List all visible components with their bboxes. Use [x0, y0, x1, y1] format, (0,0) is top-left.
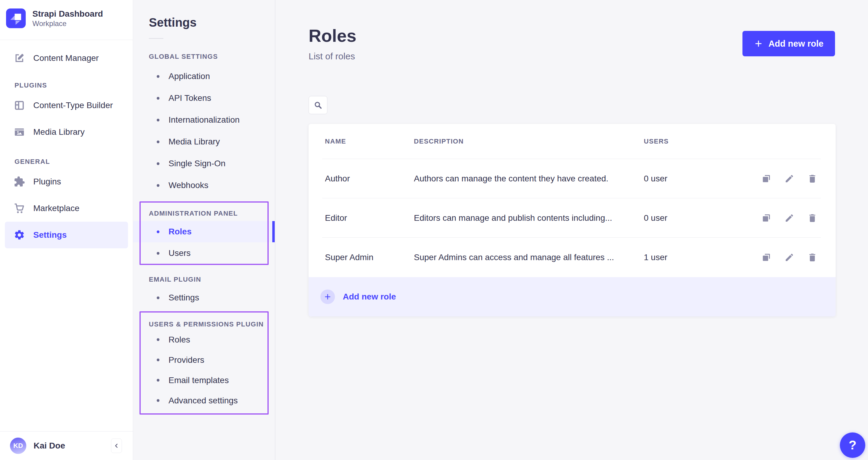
app-title: Strapi Dashboard: [32, 9, 103, 19]
puzzle-icon: [13, 176, 25, 188]
duplicate-icon: [761, 252, 772, 263]
help-button[interactable]: ?: [840, 432, 865, 458]
duplicate-icon: [761, 213, 772, 223]
cart-icon: [13, 202, 25, 214]
sidebar-item-label: Marketplace: [33, 203, 80, 213]
subnav-item-api-tokens[interactable]: API Tokens: [133, 87, 275, 109]
sidebar-item-label: Media Library: [33, 127, 85, 137]
workspace-switcher[interactable]: Strapi Dashboard Workplace: [0, 0, 133, 40]
subnav-item-label: Providers: [168, 355, 204, 365]
subnav-item-label: API Tokens: [168, 93, 211, 103]
subnav-item-webhooks[interactable]: Webhooks: [133, 174, 275, 196]
subnav-item-label: Internationalization: [168, 115, 240, 125]
subnav-item-single-sign-on[interactable]: Single Sign-On: [133, 153, 275, 174]
subnav-item-media-library[interactable]: Media Library: [133, 131, 275, 153]
subnav-item-label: Media Library: [168, 137, 220, 147]
subnav-item-roles-active[interactable]: Roles: [133, 221, 275, 242]
delete-role-button[interactable]: [807, 174, 817, 184]
subnav-item-label: Settings: [168, 293, 199, 303]
bullet-dot: [157, 338, 159, 341]
global-settings-list: Application API Tokens Internationalizat…: [133, 65, 275, 196]
search-button[interactable]: [309, 96, 327, 114]
plus-circle-icon: [320, 289, 335, 304]
search-icon: [313, 100, 323, 110]
table-row-editor[interactable]: Editor Editors can manage and publish co…: [309, 198, 836, 237]
collapse-sidebar-button[interactable]: [111, 438, 122, 453]
sidebar-item-label: Plugins: [33, 177, 61, 186]
page-title: Roles: [309, 26, 356, 46]
plus-icon: [754, 39, 763, 48]
subnav-item-email-settings[interactable]: Settings: [133, 287, 275, 308]
bullet-dot: [157, 184, 159, 187]
column-header-name: NAME: [325, 138, 414, 145]
strapi-logo-icon: [6, 8, 26, 28]
edit-role-button[interactable]: [784, 174, 795, 184]
settings-subnav: Settings GLOBAL SETTINGS Application API…: [133, 0, 275, 460]
table-row-super-admin[interactable]: Super Admin Super Admins can access and …: [309, 238, 836, 277]
sidebar-section-plugins: PLUGINS: [14, 81, 133, 90]
content-type-builder-icon: [13, 99, 25, 111]
subnav-section-email-plugin: EMAIL PLUGIN: [149, 276, 275, 283]
delete-role-button[interactable]: [807, 213, 817, 223]
bullet-dot: [157, 358, 159, 361]
sidebar-item-marketplace[interactable]: Marketplace: [5, 195, 128, 222]
bullet-dot: [157, 97, 159, 99]
duplicate-role-button[interactable]: [761, 252, 772, 263]
administration-panel-list: Roles Users: [133, 221, 275, 264]
delete-role-button[interactable]: [807, 252, 817, 263]
bullet-dot: [157, 399, 159, 402]
subnav-item-email-templates[interactable]: Email templates: [133, 370, 275, 390]
bullet-dot: [157, 252, 159, 255]
sidebar-item-plugins[interactable]: Plugins: [5, 168, 128, 195]
row-actions: [757, 252, 817, 263]
content-manager-icon: [13, 52, 25, 64]
table-footer-add-role[interactable]: Add new role: [309, 277, 836, 316]
role-users-count: 1 user: [644, 253, 757, 262]
bullet-dot: [157, 296, 159, 299]
duplicate-role-button[interactable]: [761, 213, 772, 223]
footer-add-role-label: Add new role: [343, 292, 396, 301]
sidebar-item-media-library[interactable]: Media Library: [5, 119, 128, 145]
bullet-dot: [157, 379, 159, 381]
main-sidebar: Strapi Dashboard Workplace Content Manag…: [0, 0, 133, 460]
bullet-dot: [157, 141, 159, 143]
role-name: Author: [325, 174, 414, 183]
trash-icon: [807, 252, 817, 263]
column-header-users: USERS: [644, 138, 757, 145]
edit-role-button[interactable]: [784, 252, 795, 263]
subnav-item-internationalization[interactable]: Internationalization: [133, 109, 275, 131]
sidebar-item-settings[interactable]: Settings: [5, 222, 128, 248]
edit-role-button[interactable]: [784, 213, 795, 223]
subnav-section-administration-panel: ADMINISTRATION PANEL: [149, 209, 275, 218]
subnav-item-label: Roles: [168, 227, 191, 236]
role-description: Authors can manage the content they have…: [414, 174, 644, 183]
chevron-left-icon: [113, 442, 120, 449]
add-new-role-button[interactable]: Add new role: [742, 31, 835, 56]
workspace-name: Workplace: [32, 19, 103, 28]
bullet-dot: [157, 162, 159, 165]
page-subtitle: List of roles: [309, 51, 356, 62]
subnav-item-application[interactable]: Application: [133, 65, 275, 87]
subnav-item-advanced-settings[interactable]: Advanced settings: [133, 390, 275, 411]
column-header-description: DESCRIPTION: [414, 138, 644, 145]
media-library-icon: [13, 126, 25, 138]
subnav-section-global-settings: GLOBAL SETTINGS: [149, 53, 275, 61]
subnav-item-label: Advanced settings: [168, 396, 238, 405]
sidebar-item-content-type-builder[interactable]: Content-Type Builder: [5, 92, 128, 119]
subnav-item-users[interactable]: Users: [133, 242, 275, 264]
roles-table-card: NAME DESCRIPTION USERS Author Authors ca…: [309, 124, 836, 316]
role-name: Super Admin: [325, 253, 414, 262]
table-row-author[interactable]: Author Authors can manage the content th…: [309, 159, 836, 198]
pencil-icon: [784, 174, 795, 184]
trash-icon: [807, 213, 817, 223]
duplicate-role-button[interactable]: [761, 174, 772, 184]
duplicate-icon: [761, 174, 772, 184]
user-profile[interactable]: KD Kai Doe: [0, 432, 133, 460]
sidebar-item-content-manager[interactable]: Content Manager: [5, 47, 128, 69]
settings-subnav-title: Settings: [149, 16, 275, 29]
subnav-item-providers[interactable]: Providers: [133, 350, 275, 370]
sidebar-section-general: GENERAL: [14, 157, 133, 166]
subnav-item-up-roles[interactable]: Roles: [133, 329, 275, 350]
add-new-role-label: Add new role: [769, 39, 824, 49]
workspace-info: Strapi Dashboard Workplace: [32, 9, 103, 28]
